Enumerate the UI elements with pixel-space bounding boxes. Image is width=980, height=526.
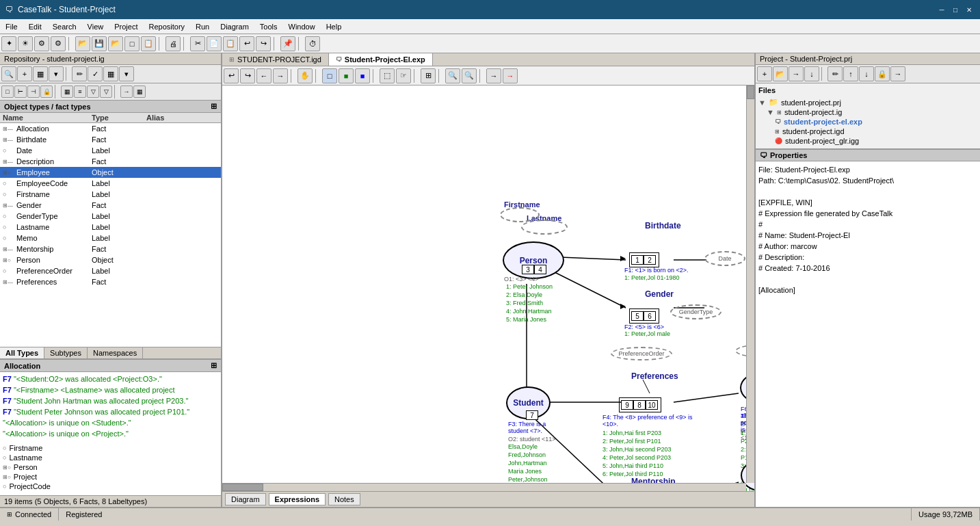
list-item[interactable]: ⊞— Preferences Fact [0, 276, 221, 287]
lt2-filter[interactable]: ▽ [87, 86, 99, 98]
lt-edit[interactable]: ✏ [72, 66, 87, 81]
lt2-arrow[interactable]: → [120, 86, 133, 98]
maximize-button[interactable]: □ [950, 5, 961, 14]
menu-diagram[interactable]: Diagram [215, 19, 254, 34]
tb-print[interactable]: 🖨 [165, 36, 181, 51]
close-button[interactable]: ✕ [964, 5, 975, 14]
list-item[interactable]: ○ Memo Label [0, 233, 221, 244]
diag-tab-diagram[interactable]: Diagram [225, 493, 266, 505]
menu-repository[interactable]: Repository [143, 19, 190, 34]
list-item[interactable]: ⊞— Description Fact [0, 156, 221, 167]
rt-edit[interactable]: ✏ [827, 66, 843, 81]
ct-arrow[interactable]: → [486, 68, 501, 83]
tab-subtypes[interactable]: Subtypes [44, 347, 88, 358]
tb-paste[interactable]: 📋 [141, 36, 156, 51]
tb-redo[interactable]: ↪ [256, 36, 271, 51]
vertical-scrollbar[interactable] [746, 86, 754, 483]
lt-chart[interactable]: ▦ [33, 66, 48, 81]
tb-open2[interactable]: 📂 [75, 36, 90, 51]
tb-pin[interactable]: 📌 [280, 36, 295, 51]
ct-pan[interactable]: ✋ [297, 68, 313, 83]
list-item[interactable]: ○ GenderType Label [0, 211, 221, 222]
ct-prev[interactable]: ← [256, 68, 272, 83]
file-glr[interactable]: 🔴 student-project_glr.igg [775, 136, 977, 146]
list-item[interactable]: ○ EmployeeCode Label [0, 178, 221, 189]
rt-arrow[interactable]: → [789, 66, 804, 81]
menu-search[interactable]: Search [47, 19, 82, 34]
lt2-lock[interactable]: 🔒 [40, 86, 53, 98]
tab-namespaces[interactable]: Namespaces [88, 347, 143, 358]
ct-blue[interactable]: ■ [355, 68, 370, 83]
ct-zoomin[interactable]: 🔍 [445, 68, 460, 83]
ct-connect[interactable]: ⊞ [421, 68, 436, 83]
lt-grid[interactable]: ▦ [103, 66, 118, 81]
rt-new[interactable]: + [757, 66, 772, 81]
tb-new[interactable]: ✦ [1, 36, 16, 51]
rt-lock[interactable]: 🔒 [875, 66, 890, 81]
lt-arrow[interactable]: ▾ [49, 66, 64, 81]
ct-green[interactable]: ■ [339, 68, 354, 83]
rt-arrow2[interactable]: ↓ [804, 66, 819, 81]
ct-zoomout[interactable]: 🔍 [462, 68, 477, 83]
menu-project[interactable]: Project [109, 19, 143, 34]
h-scrollbar-thumb[interactable] [222, 484, 263, 491]
diag-tab-notes[interactable]: Notes [328, 493, 360, 505]
ct-undo[interactable]: ↩ [224, 68, 239, 83]
tb-copy2[interactable]: 📄 [207, 36, 222, 51]
list-item[interactable]: ○ PreferenceOrder Label [0, 265, 221, 276]
rt-folder[interactable]: 📂 [773, 66, 788, 81]
menu-view[interactable]: View [82, 19, 109, 34]
tb-saveas[interactable]: 📂 [108, 36, 123, 51]
list-item[interactable]: ○ Firstname Label [0, 189, 221, 200]
list-item[interactable]: ○ Date Label [0, 145, 221, 156]
ct-select2[interactable]: ⬚ [380, 68, 395, 83]
list-item[interactable]: ⊞— Gender Fact [0, 200, 221, 211]
tb-open[interactable]: ☀ [18, 36, 33, 51]
ct-select[interactable]: □ [322, 68, 337, 83]
file-ig[interactable]: ▼ ⊞ student-project.ig [767, 107, 977, 117]
lt2-filter2[interactable]: ▽ [100, 86, 112, 98]
list-item[interactable]: ⊞— Allocation Fact [0, 123, 221, 134]
tb-clock[interactable]: ⏱ [305, 36, 320, 51]
lt2-indent[interactable]: ⊢ [14, 86, 27, 98]
lt-search[interactable]: 🔍 [1, 66, 16, 81]
tab-exp[interactable]: 🗨 Student-Project-El.exp [329, 53, 433, 66]
menu-file[interactable]: File [0, 19, 23, 34]
tb-run2[interactable]: ⚙ [51, 36, 66, 51]
lt2-lines[interactable]: ≡ [74, 86, 86, 98]
tb-save[interactable]: 💾 [92, 36, 107, 51]
rt-more[interactable]: → [890, 66, 905, 81]
minimize-button[interactable]: ─ [936, 5, 947, 14]
list-item[interactable]: ⊞— Birthdate Fact [0, 134, 221, 145]
scrollbar-thumb[interactable] [747, 86, 754, 99]
list-item-mentorship[interactable]: ⊞— Mentorship Fact [0, 244, 221, 254]
tab-igd[interactable]: ⊞ STUDENT-PROJECT.igd [222, 53, 329, 66]
horizontal-scrollbar[interactable] [222, 483, 746, 491]
lt2-grid2[interactable]: ▦ [133, 86, 146, 98]
rt-down[interactable]: ↓ [859, 66, 874, 81]
ct-arrow2[interactable]: → [503, 68, 518, 83]
list-item[interactable]: ⊞○ Person Object [0, 254, 221, 265]
lt-add[interactable]: + [17, 66, 32, 81]
ct-next[interactable]: → [273, 68, 288, 83]
diagram-area[interactable]: Firstname Lastname Person 3 4 O1: <3> <4… [222, 86, 754, 491]
ct-redo[interactable]: ↪ [240, 68, 255, 83]
file-igd2[interactable]: ⊞ student-project.igd [775, 127, 977, 136]
menu-edit[interactable]: Edit [23, 19, 47, 34]
tb-copy[interactable]: □ [124, 36, 140, 51]
menu-window[interactable]: Window [283, 19, 321, 34]
lt-check[interactable]: ✓ [88, 66, 103, 81]
tb-run1[interactable]: ⚙ [34, 36, 49, 51]
ct-hand[interactable]: ☞ [396, 68, 411, 83]
lt2-box[interactable]: □ [1, 86, 14, 98]
lt2-view[interactable]: ▦ [61, 86, 73, 98]
grid-icon[interactable]: ⊞ [211, 361, 217, 370]
menu-tools[interactable]: Tools [254, 19, 283, 34]
lt-more[interactable]: ▾ [119, 66, 134, 81]
list-item-employee[interactable]: ⊞○ Employee Object [0, 167, 221, 178]
file-prj[interactable]: ▼ 📁 student-project.prj [758, 97, 977, 107]
tab-all-types[interactable]: All Types [0, 347, 44, 358]
list-item[interactable]: ○ Lastname Label [0, 222, 221, 233]
tb-paste2[interactable]: 📋 [223, 36, 238, 51]
tb-cut[interactable]: ✂ [190, 36, 205, 51]
